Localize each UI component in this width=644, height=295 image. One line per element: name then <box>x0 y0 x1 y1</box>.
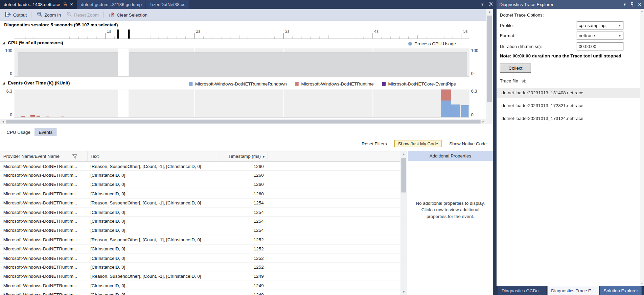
scroll-left-icon[interactable]: ◄ <box>1 120 5 123</box>
events-section-header[interactable]: ◢ Events Over Time (K) (KUnit) <box>2 80 70 85</box>
clear-selection-button[interactable]: Clear Selection <box>106 10 151 19</box>
diagnostics-toolbar: Output Zoom In Reset Zoom Clear Selectio… <box>0 9 486 21</box>
table-row[interactable]: Microsoft-Windows-DotNETRuntim...[ClrIns… <box>0 180 400 189</box>
scrollbar-thumb[interactable] <box>401 158 406 192</box>
close-icon[interactable]: × <box>70 2 73 7</box>
ruler-tick <box>69 36 70 39</box>
doc-tab-cs-file[interactable]: TizenDotNet38.cs <box>146 0 189 9</box>
selection-marker[interactable] <box>128 29 130 39</box>
chart-vertical-scrollbar[interactable]: ▲ ▼ <box>486 9 493 124</box>
table-row[interactable]: Microsoft-Windows-DotNETRuntim...[Reason… <box>0 272 400 281</box>
table-row[interactable]: Microsoft-Windows-DotNETRuntim...[Reason… <box>0 198 400 207</box>
table-vertical-scrollbar[interactable]: ▲ ▼ <box>400 151 407 295</box>
ruler-tick <box>408 36 409 39</box>
scroll-up-icon[interactable]: ▲ <box>640 10 644 12</box>
pin-icon[interactable] <box>630 2 634 7</box>
scroll-up-icon[interactable]: ▲ <box>400 153 407 156</box>
ruler-tick <box>364 36 364 39</box>
panel-vertical-scrollbar[interactable]: ▲ ▼ <box>640 9 644 286</box>
table-row[interactable]: Microsoft-Windows-DotNETRuntim...[ClrIns… <box>0 217 400 226</box>
scroll-up-icon[interactable]: ▲ <box>486 10 493 13</box>
cell-provider: Microsoft-Windows-DotNETRuntim... <box>0 182 87 187</box>
collapse-icon[interactable]: ◢ <box>2 81 5 85</box>
trace-file-item[interactable]: dotnet-loader20231013_172821.nettrace <box>497 100 640 110</box>
table-row[interactable]: Microsoft-Windows-DotNETRuntim...[ClrIns… <box>0 281 400 290</box>
legend-item: Microsoft-Windows-DotNETRuntime <box>295 81 374 86</box>
ruler-tick-label: 5s <box>463 29 468 33</box>
trace-file-list-label: Trace file list: <box>500 78 526 83</box>
events-chart[interactable] <box>14 90 469 118</box>
trace-file-list[interactable]: dotnet-loader20231013_131408.nettracedot… <box>497 88 640 126</box>
duration-input[interactable] <box>577 42 623 50</box>
table-row[interactable]: Microsoft-Windows-DotNETRuntim...[Reason… <box>0 162 400 171</box>
table-row[interactable]: Microsoft-Windows-DotNETRuntim...[ClrIns… <box>0 226 400 235</box>
scroll-down-icon[interactable]: ▼ <box>640 283 644 285</box>
tab-diagnostics-trace-explorer[interactable]: Diagnostics Trace E... <box>547 286 599 295</box>
pin-icon[interactable] <box>62 1 69 8</box>
show-just-my-code-button[interactable]: Show Just My Code <box>394 140 442 147</box>
table-row[interactable]: Microsoft-Windows-DotNETRuntim...[ClrIns… <box>0 171 400 180</box>
cpu-chart[interactable] <box>14 48 469 77</box>
selection-band <box>118 48 129 76</box>
chevron-down-icon[interactable]: ▼ <box>481 2 484 6</box>
legend-label: Microsoft-Windows-DotNETRuntimeRundown <box>195 81 287 86</box>
scrollbar-thumb[interactable] <box>487 16 492 102</box>
tab-events[interactable]: Events <box>34 128 56 136</box>
diagnostics-document: Output Zoom In Reset Zoom Clear Selectio… <box>0 9 493 295</box>
table-row[interactable]: Microsoft-Windows-DotNETRuntim...[ClrIns… <box>0 263 400 272</box>
filter-icon[interactable] <box>72 154 77 160</box>
ruler-tick-label: 2s <box>196 29 200 33</box>
column-provider[interactable]: Provider Name/Event Name <box>3 154 60 159</box>
table-row[interactable]: Microsoft-Windows-DotNETRuntim...[ClrIns… <box>0 253 400 263</box>
cell-provider: Microsoft-Windows-DotNETRuntim... <box>0 191 87 196</box>
ruler-tick <box>372 33 373 39</box>
scrollbar-thumb[interactable] <box>6 120 481 124</box>
scroll-right-icon[interactable]: ► <box>481 120 485 123</box>
tab-diagnostics-gcdump[interactable]: Diagnostics GCDu... <box>498 286 546 295</box>
ruler-tick <box>96 36 97 39</box>
doc-tab-gcdump[interactable]: dotnet-gcdum...31136.gcdump <box>77 0 145 9</box>
tab-cpu-usage[interactable]: CPU Usage <box>2 128 34 136</box>
chevron-down-icon[interactable]: ▼ <box>623 2 626 6</box>
profile-dropdown[interactable]: cpu-sampling ▼ <box>577 21 623 29</box>
zoom-in-button[interactable]: Zoom In <box>34 10 64 19</box>
collapse-icon[interactable]: ◢ <box>2 41 5 45</box>
show-native-code-button[interactable]: Show Native Code <box>446 140 490 147</box>
timeline-ruler[interactable]: 1s2s3s4s5s <box>14 29 469 39</box>
cell-text: [ClrInstanceID, 0] <box>87 173 220 178</box>
table-row[interactable]: Microsoft-Windows-DotNETRuntim...[ClrIns… <box>0 290 400 295</box>
table-row[interactable]: Microsoft-Windows-DotNETRuntim...[Reason… <box>0 235 400 244</box>
collect-button[interactable]: Collect <box>500 64 531 73</box>
column-text[interactable]: Text <box>90 154 99 159</box>
trace-file-item[interactable]: dotnet-loader20231013_173124.nettrace <box>497 113 640 123</box>
ruler-tick <box>426 36 426 39</box>
tab-solution-explorer[interactable]: Solution Explorer <box>600 286 642 295</box>
chart-horizontal-scrollbar[interactable]: ◄ ► <box>0 119 493 124</box>
reset-zoom-button[interactable]: Reset Zoom <box>64 10 102 19</box>
cell-provider: Microsoft-Windows-DotNETRuntim... <box>0 246 87 251</box>
cpu-section-header[interactable]: ◢ CPU (% of all processors) <box>2 40 63 45</box>
trace-file-item[interactable]: dotnet-loader20231013_131408.nettrace <box>497 88 640 98</box>
table-row[interactable]: Microsoft-Windows-DotNETRuntim...[ClrIns… <box>0 244 400 253</box>
ruler-tick <box>319 36 319 39</box>
cpu-usage-area <box>18 53 118 76</box>
table-row[interactable]: Microsoft-Windows-DotNETRuntim...[ClrIns… <box>0 207 400 217</box>
column-timestamp[interactable]: Timestamp (ms) <box>220 154 261 159</box>
scroll-down-icon[interactable]: ▼ <box>400 291 407 294</box>
table-row[interactable]: Microsoft-Windows-DotNETRuntim...[ClrIns… <box>0 189 400 198</box>
cell-provider: Microsoft-Windows-DotNETRuntim... <box>0 200 87 205</box>
sort-desc-icon[interactable]: ▼ <box>262 155 266 159</box>
cell-timestamp: 1260 <box>220 191 267 196</box>
event-table[interactable]: Microsoft-Windows-DotNETRuntim...[Reason… <box>0 162 400 295</box>
cell-timestamp: 1252 <box>220 265 267 270</box>
format-dropdown[interactable]: nettrace ▼ <box>577 31 623 40</box>
doc-tab-nettrace[interactable]: dotnet-loade...1408.nettrace × <box>0 0 77 9</box>
selection-marker[interactable] <box>117 29 119 39</box>
reset-filters-button[interactable]: Reset Filters <box>358 140 390 147</box>
gear-icon[interactable] <box>488 2 493 7</box>
ruler-tick <box>417 35 417 39</box>
ruler-tick <box>266 36 266 39</box>
output-button[interactable]: Output <box>2 10 29 19</box>
close-icon[interactable]: × <box>638 1 641 7</box>
reset-zoom-label: Reset Zoom <box>74 12 99 17</box>
